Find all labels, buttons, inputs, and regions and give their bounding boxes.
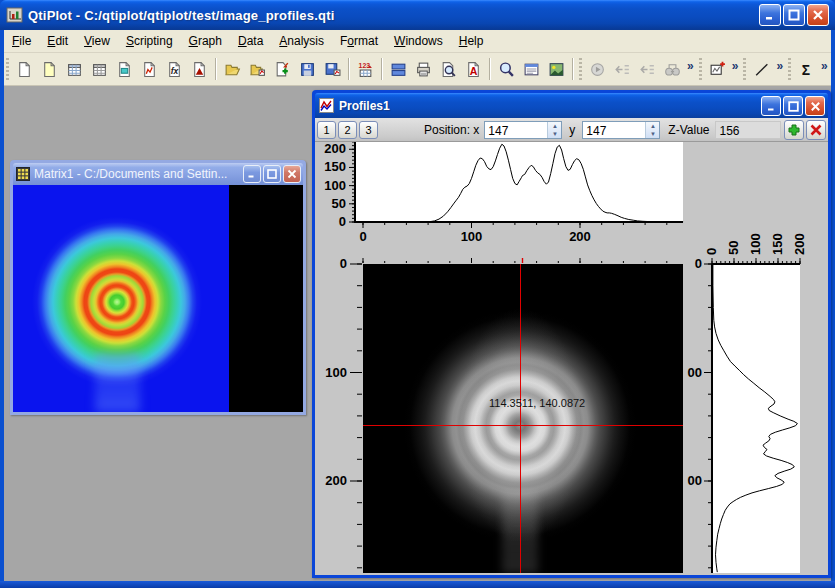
new-graph-button[interactable] — [137, 57, 162, 82]
profiles-icon — [319, 98, 334, 113]
main-toolbar: fx123A»»»Σ» — [4, 53, 831, 86]
menu-scripting[interactable]: Scripting — [118, 31, 181, 51]
matrix-maximize-button[interactable] — [263, 165, 281, 183]
svg-text:0: 0 — [340, 256, 347, 271]
save-template-button[interactable] — [320, 57, 345, 82]
x-position-spinbox[interactable]: 147 ▲▼ — [484, 121, 562, 139]
matrix-title: Matrix1 - C:/Documents and Settin... — [34, 167, 227, 181]
new-table-button[interactable] — [62, 57, 87, 82]
save-project-button[interactable] — [295, 57, 320, 82]
toolbar-grip[interactable] — [743, 58, 746, 80]
svg-text:0: 0 — [695, 256, 702, 271]
svg-text:100: 100 — [748, 233, 763, 255]
z-value-field: 156 — [715, 121, 782, 139]
toolbar-overflow-chevron[interactable]: » — [774, 59, 786, 79]
matrix-titlebar[interactable]: Matrix1 - C:/Documents and Settin... — [13, 163, 303, 185]
toolbar-overflow-chevron[interactable]: » — [730, 59, 742, 79]
matrix-close-button[interactable] — [283, 165, 301, 183]
step-execute-button[interactable] — [610, 57, 635, 82]
y-position-spinbox[interactable]: 147 ▲▼ — [582, 121, 660, 139]
view-button-1[interactable]: 1 — [317, 121, 336, 139]
view-button-2[interactable]: 2 — [338, 121, 357, 139]
new-folder-button[interactable] — [37, 57, 62, 82]
svg-text:0: 0 — [359, 229, 366, 244]
draw-line-button[interactable] — [749, 57, 774, 82]
svg-text:200: 200 — [792, 233, 807, 255]
minimize-button[interactable] — [759, 4, 781, 26]
toolbar-overflow-chevron[interactable]: » — [819, 59, 831, 79]
results-log-button[interactable] — [519, 57, 544, 82]
mdi-workspace: Matrix1 - C:/Documents and Settin... Pro… — [4, 86, 831, 581]
new-note-button[interactable] — [112, 57, 137, 82]
x-spin-arrows[interactable]: ▲▼ — [547, 122, 561, 138]
matrix-minimize-button[interactable] — [243, 165, 261, 183]
toolbar-grip[interactable] — [788, 58, 791, 80]
import-ascii-button[interactable]: 123 — [353, 57, 378, 82]
print-preview-button[interactable] — [436, 57, 461, 82]
profiles-titlebar[interactable]: Profiles1 — [315, 93, 828, 118]
toolbar-separator — [381, 58, 383, 80]
profiles-close-button[interactable] — [805, 96, 825, 116]
toolbar-grip[interactable] — [699, 58, 702, 80]
svg-text:123: 123 — [359, 62, 371, 69]
svg-text:100: 100 — [324, 178, 346, 193]
profiles-maximize-button[interactable] — [783, 96, 803, 116]
cursor-coordinates: 114.3511, 140.0872 — [489, 397, 585, 409]
add-profile-button[interactable] — [784, 120, 804, 140]
toolbar-grip[interactable] — [579, 58, 582, 80]
menu-graph[interactable]: Graph — [181, 31, 230, 51]
new-project-button[interactable] — [12, 57, 37, 82]
menu-help[interactable]: Help — [451, 31, 492, 51]
profiles-minimize-button[interactable] — [761, 96, 781, 116]
evaluate-expression-button[interactable] — [635, 57, 660, 82]
find-button[interactable] — [660, 57, 685, 82]
matrix-image-black-region — [229, 185, 303, 412]
menu-view[interactable]: View — [76, 31, 118, 51]
position-label: Position: x — [424, 123, 479, 137]
new-3d-surface-button[interactable] — [187, 57, 212, 82]
menu-windows[interactable]: Windows — [386, 31, 451, 51]
close-button[interactable] — [807, 4, 829, 26]
print-button[interactable] — [411, 57, 436, 82]
toolbar-grip[interactable] — [6, 58, 9, 80]
add-layer-button[interactable] — [705, 57, 730, 82]
new-matrix-button[interactable] — [87, 57, 112, 82]
open-project-button[interactable] — [220, 57, 245, 82]
view-button-3[interactable]: 3 — [359, 121, 378, 139]
svg-text:00: 00 — [688, 473, 702, 488]
run-script-button[interactable] — [585, 57, 610, 82]
toolbar-separator — [572, 58, 574, 80]
svg-text:50: 50 — [726, 241, 741, 255]
svg-text:Σ: Σ — [802, 61, 810, 77]
crosshair-vertical[interactable] — [520, 264, 521, 573]
svg-text:fx: fx — [171, 66, 180, 76]
matrix-image-colormap[interactable] — [13, 185, 303, 412]
profiles-plot-area: 0501001502000100200010020000000050100150… — [315, 142, 828, 575]
menu-analysis[interactable]: Analysis — [271, 31, 332, 51]
append-project-button[interactable] — [270, 57, 295, 82]
open-template-button[interactable] — [245, 57, 270, 82]
svg-text:150: 150 — [770, 233, 785, 255]
y-spin-arrows[interactable]: ▲▼ — [645, 122, 659, 138]
menu-edit[interactable]: Edit — [39, 31, 76, 51]
maximize-button[interactable] — [783, 4, 805, 26]
svg-text:A: A — [470, 64, 478, 76]
project-explorer-button[interactable] — [494, 57, 519, 82]
toolbar-overflow-chevron[interactable]: » — [685, 59, 697, 79]
main-titlebar[interactable]: QtiPlot - C:/qtiplot/qtiplot/test/image_… — [0, 0, 835, 30]
plot-image-mode-button[interactable] — [544, 57, 569, 82]
z-value-label: Z-Value — [668, 123, 709, 137]
menu-file[interactable]: File — [4, 31, 39, 51]
sum-sigma-button[interactable]: Σ — [794, 57, 819, 82]
svg-text:100: 100 — [325, 365, 347, 380]
matrix-icon — [16, 167, 30, 181]
menu-format[interactable]: Format — [332, 31, 386, 51]
menubar: FileEditViewScriptingGraphDataAnalysisFo… — [4, 30, 831, 53]
menu-data[interactable]: Data — [230, 31, 271, 51]
crosshair-horizontal[interactable] — [363, 425, 683, 426]
image-plot[interactable]: 114.3511, 140.0872 — [363, 264, 683, 573]
delete-profile-button[interactable] — [806, 120, 826, 140]
export-pdf-button[interactable]: A — [461, 57, 486, 82]
new-function-plot-button[interactable]: fx — [162, 57, 187, 82]
duplicate-window-button[interactable] — [386, 57, 411, 82]
